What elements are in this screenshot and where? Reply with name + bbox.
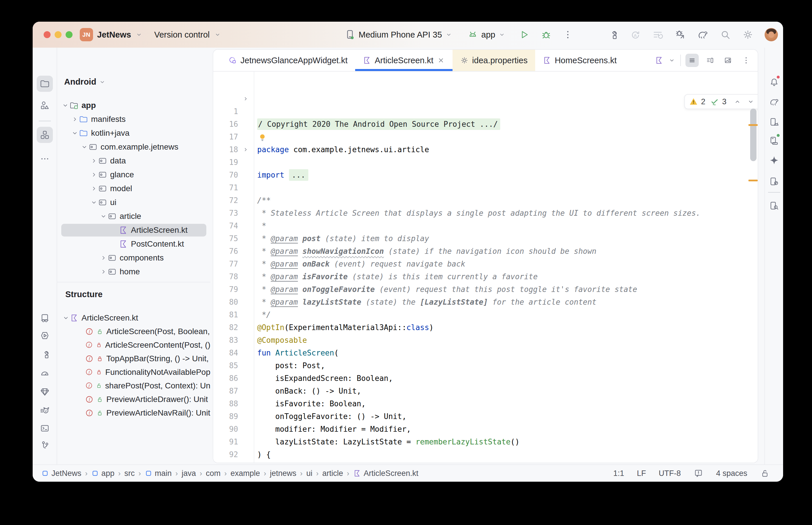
debug-button[interactable] — [541, 29, 552, 41]
chev-right-icon[interactable] — [90, 184, 98, 193]
breadcrumb-item[interactable]: example — [231, 469, 260, 478]
gradle-button[interactable] — [766, 94, 782, 110]
structure-item[interactable]: f TopAppBar(String, () -> Unit, — [57, 352, 210, 365]
profiler-button[interactable] — [37, 365, 53, 381]
chev-down-icon[interactable] — [61, 101, 69, 109]
gradle-sync-button[interactable] — [697, 29, 709, 41]
structure-item[interactable]: f ArticleScreen(Post, Boolean, — [57, 325, 210, 338]
breadcrumb-item[interactable]: com — [206, 469, 221, 478]
breadcrumb-item[interactable]: JetNews — [41, 469, 82, 478]
breadcrumb-item[interactable]: jetnews — [270, 469, 296, 478]
minimize-window-button[interactable] — [55, 31, 61, 38]
breadcrumb-item[interactable]: src — [124, 469, 135, 478]
tree-item-kotlin+java[interactable]: kotlin+java — [57, 126, 210, 140]
chev-right-icon[interactable] — [90, 171, 98, 179]
project-button[interactable] — [37, 76, 53, 92]
tree-item-glance[interactable]: glance — [57, 168, 210, 182]
tree-item-com.example.jetnews[interactable]: com.example.jetnews — [57, 140, 210, 154]
tree-item-article[interactable]: article — [57, 209, 210, 223]
tree-item-manifests[interactable]: manifests — [57, 112, 210, 126]
settings-button[interactable] — [742, 29, 754, 41]
logcat-button[interactable] — [37, 402, 53, 418]
app-quality-insights-button[interactable] — [37, 384, 53, 400]
chev-down-icon[interactable] — [80, 143, 88, 151]
more-tool-windows-button[interactable] — [37, 151, 53, 167]
split-view-button[interactable] — [703, 54, 717, 67]
tab-JetnewsGlanceAppWidget.kt[interactable]: JetnewsGlanceAppWidget.kt — [221, 50, 355, 71]
fold-toggle-icon[interactable] — [242, 143, 249, 156]
next-problem-button[interactable] — [747, 97, 755, 106]
chev-right-icon[interactable] — [99, 282, 107, 282]
chev-down-icon[interactable] — [71, 129, 79, 137]
device-explorer-button[interactable] — [766, 197, 782, 214]
device-selector[interactable]: Medium Phone API 35 — [359, 30, 442, 40]
prev-problem-button[interactable] — [734, 97, 741, 106]
chev-right-icon[interactable] — [99, 268, 107, 276]
structure-root[interactable]: ArticleScreen.kt — [57, 311, 210, 325]
run-button[interactable] — [518, 29, 530, 41]
kotlin-icon[interactable] — [655, 56, 663, 65]
tree-item-app[interactable]: app — [57, 99, 210, 112]
structure-item[interactable]: f PreviewArticleDrawer(): Unit — [57, 392, 210, 406]
gemini-button[interactable] — [766, 152, 782, 168]
breadcrumb-item[interactable]: ArticleScreen.kt — [353, 469, 418, 478]
breadcrumb-item[interactable]: ui — [306, 469, 312, 478]
inspections-widget[interactable]: 2 3 — [684, 94, 758, 109]
resource-manager-button[interactable] — [37, 97, 53, 114]
line-ending[interactable]: LF — [637, 469, 646, 478]
structure-item[interactable]: f PreviewArticleNavRail(): Unit — [57, 406, 210, 420]
chev-down-icon[interactable] — [62, 314, 70, 322]
search-everywhere-button[interactable] — [720, 29, 731, 41]
run-config-selector[interactable]: app — [482, 30, 495, 40]
tree-item-PostContent.kt[interactable]: PostContent.kt — [57, 237, 210, 251]
tab-ArticleScreen.kt[interactable]: ArticleScreen.kt — [355, 50, 453, 71]
chev-right-icon[interactable] — [99, 254, 107, 262]
editor-view-button[interactable] — [685, 54, 699, 67]
project-view-selector[interactable]: Android — [64, 77, 106, 87]
running-devices-button[interactable] — [766, 133, 782, 149]
attach-debugger-button[interactable] — [675, 29, 686, 41]
tree-item-ArticleScreen.kt[interactable]: ArticleScreen.kt — [57, 223, 210, 237]
apply-changes-button[interactable]: A — [629, 29, 641, 41]
tree-item-model[interactable]: model — [57, 182, 210, 195]
close-window-button[interactable] — [44, 31, 50, 38]
editor-scrollbar[interactable] — [750, 109, 756, 161]
breadcrumb-item[interactable]: app — [91, 469, 115, 478]
avatar[interactable] — [765, 28, 778, 41]
tree-item-components[interactable]: components — [57, 251, 210, 265]
app-inspection-button[interactable] — [37, 328, 53, 344]
caret-position[interactable]: 1:1 — [613, 469, 624, 478]
code-area[interactable]: 1 / Copyright 2020 The Android Open Sour… — [213, 72, 758, 463]
vcs-menu[interactable]: Version control — [154, 30, 210, 40]
device-mirror-button[interactable] — [766, 173, 782, 190]
build-button[interactable] — [607, 29, 618, 41]
notifications-button[interactable] — [766, 74, 782, 90]
tab-options-icon[interactable] — [741, 56, 751, 65]
sync-project-button[interactable] — [652, 29, 663, 41]
tree-item-data[interactable]: data — [57, 154, 210, 168]
breadcrumb-item[interactable]: article — [322, 469, 343, 478]
more-actions-button[interactable] — [562, 29, 573, 40]
chev-down-icon[interactable] — [668, 57, 676, 64]
file-encoding[interactable]: UTF-8 — [659, 469, 681, 478]
zoom-window-button[interactable] — [65, 31, 73, 38]
build-button[interactable] — [37, 346, 53, 362]
version-control-button[interactable] — [37, 437, 53, 453]
unlocked-icon[interactable] — [760, 468, 770, 478]
close-icon[interactable] — [437, 56, 445, 64]
breadcrumb-item[interactable]: main — [145, 469, 172, 478]
tab-HomeScreens.kt[interactable]: HomeScreens.kt — [535, 50, 624, 71]
structure-item[interactable]: f sharePost(Post, Context): Un — [57, 379, 210, 392]
tree-item-home[interactable]: home — [57, 265, 210, 279]
tab-idea.properties[interactable]: idea.properties — [453, 50, 535, 71]
chev-right-icon[interactable] — [90, 157, 98, 165]
tree-item-ui[interactable]: ui — [57, 195, 210, 209]
design-view-button[interactable] — [721, 54, 735, 67]
fold-toggle-icon[interactable] — [242, 92, 249, 105]
structure-button[interactable] — [37, 127, 53, 143]
highlighting-level-icon[interactable] — [694, 468, 703, 478]
device-streaming-button[interactable] — [37, 310, 53, 326]
breadcrumb-item[interactable]: java — [181, 469, 196, 478]
tree-item-partial[interactable] — [57, 279, 210, 282]
structure-item[interactable]: f ArticleScreenContent(Post, () — [57, 338, 210, 352]
